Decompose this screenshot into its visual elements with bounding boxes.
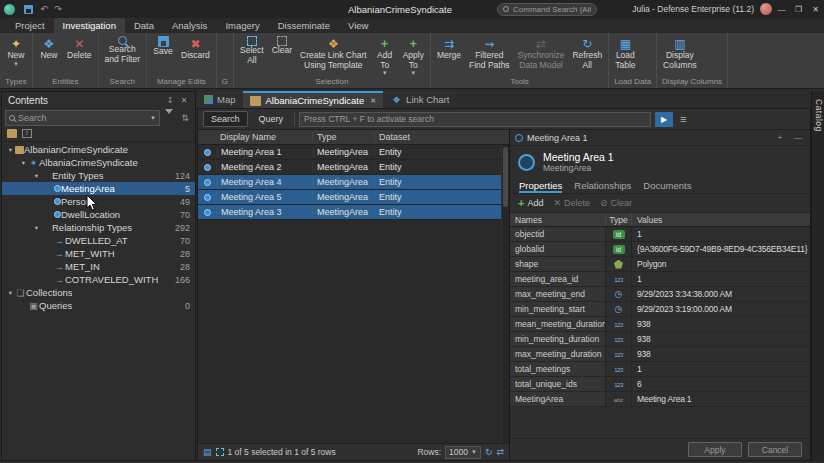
pane-collapse-icon[interactable]: — (791, 133, 805, 142)
ribbon-tab[interactable]: Data (125, 18, 163, 33)
property-row[interactable]: mean_meeting_duration 938 (510, 317, 810, 332)
discard-button[interactable]: Discard ▼ (178, 35, 213, 76)
signed-in-user[interactable]: Julia - Defense Enterprise (11.2) (632, 4, 754, 14)
column-type[interactable]: Type (605, 213, 631, 226)
ribbon-tab[interactable]: Disseminate (269, 18, 339, 33)
minimize-button[interactable]: — (773, 0, 790, 18)
column-dataset[interactable]: Dataset (374, 132, 509, 142)
tree-item[interactable]: DwellLocation 70 (2, 208, 195, 221)
property-row[interactable]: globalid {9A3600F6-59D7-49B9-8ED9-4C356E… (510, 242, 810, 257)
table-row[interactable]: Meeting Area 1 MeetingArea Entity (198, 145, 509, 160)
property-row[interactable]: max_meeting_duration 938 (510, 347, 810, 362)
load-table-button[interactable]: Load Table ▼ (612, 35, 638, 76)
property-row[interactable]: shape Polygon (510, 257, 810, 272)
add-property-button[interactable]: + Add (518, 197, 543, 209)
save-button[interactable]: Save ▼ (150, 35, 176, 76)
ribbon-tab[interactable]: Project (6, 18, 54, 33)
refresh-all-button[interactable]: Refresh All ▼ (569, 35, 605, 76)
undo-icon[interactable]: ↶ (37, 4, 51, 14)
avatar[interactable] (760, 3, 772, 15)
tree-item[interactable]: MeetingArea 5 (2, 182, 195, 195)
tree-item[interactable]: Entity Types 124 (2, 169, 195, 182)
data-model-icon[interactable]: ≡ (22, 129, 32, 138)
tree-item[interactable]: Relationship Types 292 (2, 221, 195, 234)
property-value[interactable]: 1 (631, 272, 810, 286)
expander-icon[interactable] (32, 172, 41, 180)
delete-property-button[interactable]: ✕ Delete (553, 198, 590, 208)
column-names[interactable]: Names (510, 215, 605, 225)
apply-button[interactable]: Apply (688, 442, 742, 457)
display-columns-button[interactable]: Display Columns ▼ (660, 35, 700, 76)
auto-hide-pin-icon[interactable]: ↧ (163, 96, 177, 105)
tree-item[interactable]: Queries 0 (2, 299, 195, 312)
property-value[interactable]: 9/29/2023 3:19:00.000 AM (631, 302, 810, 316)
property-value[interactable]: 6 (631, 377, 810, 391)
tree-item[interactable]: AlbanianCrimeSyndicate (2, 143, 195, 156)
merge-button[interactable]: Merge ▼ (434, 35, 464, 76)
tree-item[interactable]: Person 49 (2, 195, 195, 208)
run-search-button[interactable]: ▶ (655, 112, 673, 127)
chevron-down-icon[interactable]: ▼ (150, 115, 156, 121)
filtered-find-paths-button[interactable]: Filtered Find Paths ▼ (466, 35, 513, 76)
table-row[interactable]: Meeting Area 3 MeetingArea Entity (198, 205, 509, 220)
search-mode-button[interactable]: Search (203, 111, 248, 127)
tree-item[interactable]: MET_WITH 28 (2, 247, 195, 260)
clear-button[interactable]: Clear ▼ (269, 35, 295, 76)
add-to-button[interactable]: Add To ▼ (372, 35, 398, 76)
property-row[interactable]: total_meetings 1 (510, 362, 810, 377)
close-pane-icon[interactable]: ✕ (177, 96, 191, 105)
filter-icon[interactable] (162, 114, 176, 123)
search-and-filter-button[interactable]: Search and Filter ▼ (102, 35, 143, 76)
delete-button[interactable]: Delete ▼ (64, 35, 95, 76)
pane-add-icon[interactable]: + (773, 133, 787, 142)
property-row[interactable]: total_unique_ids 6 (510, 377, 810, 392)
investigation-view-icon[interactable] (7, 129, 17, 138)
expander-icon[interactable] (6, 146, 15, 154)
tree-item[interactable]: DWELLED_AT 70 (2, 234, 195, 247)
document-tab[interactable]: Link Chart ✕ (384, 91, 456, 108)
property-value[interactable]: Polygon (631, 257, 810, 271)
details-tab[interactable]: Properties (519, 178, 562, 193)
tree-item[interactable]: COTRAVELED_WITH 166 (2, 273, 195, 286)
details-tab[interactable]: Relationships (574, 178, 631, 193)
create-link-chart-button[interactable]: Create Link Chart Using Template ▼ (297, 35, 370, 76)
column-display-name[interactable]: Display Name (216, 132, 312, 142)
expander-icon[interactable] (6, 289, 15, 297)
column-values[interactable]: Values (631, 213, 810, 226)
ribbon-tab[interactable]: Analysis (163, 18, 216, 33)
ribbon-tab[interactable]: View (339, 18, 377, 33)
property-value[interactable]: 1 (631, 227, 810, 241)
column-type[interactable]: Type (312, 132, 374, 142)
catalog-tab[interactable]: Catalog (812, 91, 824, 132)
save-icon[interactable] (24, 5, 33, 14)
command-search-input[interactable]: Command Search (Alt+Q) (497, 3, 597, 16)
property-value[interactable]: 938 (631, 347, 810, 361)
property-value[interactable]: {9A3600F6-59D7-49B9-8ED9-4C356EB34E11} (631, 242, 810, 256)
property-row[interactable]: min_meeting_duration 938 (510, 332, 810, 347)
ribbon-tab[interactable]: Imagery (216, 18, 268, 33)
refresh-icon[interactable]: ↻ (485, 447, 493, 457)
property-value[interactable]: 9/29/2023 3:34:38.000 AM (631, 287, 810, 301)
contents-search-input[interactable]: ▼ (5, 110, 160, 126)
property-row[interactable]: max_meeting_end 9/29/2023 3:34:38.000 AM (510, 287, 810, 302)
document-tab[interactable]: AlbaniaCrimeSyndicate ✕ (243, 91, 383, 108)
close-button[interactable]: ✕ (807, 0, 824, 18)
property-value[interactable]: 938 (631, 332, 810, 346)
apply-to-button[interactable]: Apply To ▼ (400, 35, 427, 76)
maximize-button[interactable]: ❐ (790, 0, 807, 18)
close-tab-icon[interactable]: ✕ (370, 97, 376, 105)
redo-icon[interactable]: ↷ (51, 4, 65, 14)
sort-icon[interactable]: ⇅ (178, 113, 192, 123)
property-row[interactable]: min_meeting_start 9/29/2023 3:19:00.000 … (510, 302, 810, 317)
document-tab[interactable]: Map ✕ (197, 91, 242, 108)
select-all-button[interactable]: Select All ▼ (237, 35, 267, 76)
query-mode-button[interactable]: Query (252, 112, 291, 126)
expander-icon[interactable] (32, 224, 41, 232)
details-tab[interactable]: Documents (643, 178, 691, 193)
property-row[interactable]: meeting_area_id 1 (510, 272, 810, 287)
property-row[interactable]: objectid 1 (510, 227, 810, 242)
tree-item[interactable]: Collections (2, 286, 195, 299)
table-row[interactable]: Meeting Area 5 MeetingArea Entity (198, 190, 509, 205)
table-row[interactable]: Meeting Area 2 MeetingArea Entity (198, 160, 509, 175)
property-value[interactable]: 1 (631, 362, 810, 376)
